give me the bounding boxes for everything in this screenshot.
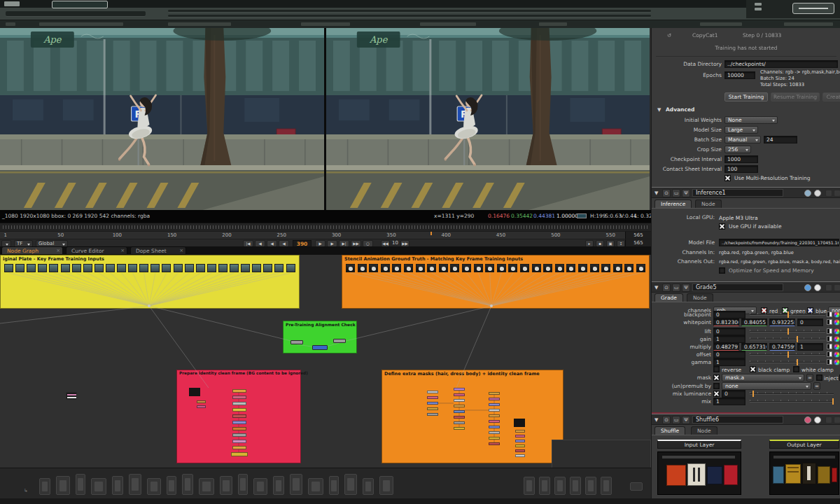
keyframe-thumb[interactable] — [162, 264, 171, 272]
shelf-node-thumbnail[interactable] — [290, 474, 302, 495]
advanced-label[interactable]: Advanced — [666, 106, 694, 113]
shelf-node-thumbnail[interactable] — [199, 478, 214, 495]
stencil-keyframe-thumb[interactable] — [485, 264, 494, 272]
shelf-node-thumbnail[interactable] — [601, 477, 612, 495]
gain-field[interactable]: 1 — [713, 335, 746, 343]
offset-field[interactable]: 0 — [713, 351, 746, 358]
stencil-keyframe-thumb[interactable] — [508, 264, 517, 272]
graph-node[interactable] — [515, 454, 525, 457]
mix-luminance-slider[interactable] — [750, 391, 834, 397]
stencil-keyframe-thumb[interactable] — [578, 264, 587, 272]
stencil-keyframe-thumb[interactable] — [346, 264, 355, 272]
graph-node[interactable] — [489, 420, 500, 423]
whitepoint-field-3[interactable]: 0 — [797, 318, 823, 326]
viewer-view-dropdown[interactable] — [420, 22, 476, 26]
stencil-keyframe-thumb[interactable] — [532, 264, 541, 272]
transport-play-button-3[interactable]: ▶▶ — [351, 240, 361, 247]
whitepoint-field-0[interactable]: 0.812306 — [713, 318, 739, 326]
close-icon[interactable]: × — [179, 247, 183, 255]
model-size-dropdown[interactable]: Large — [724, 126, 758, 134]
keyframe-thumb[interactable] — [27, 264, 36, 272]
graph-node[interactable] — [232, 408, 246, 412]
graph-node[interactable] — [489, 414, 500, 417]
channel-indicator-icon[interactable] — [804, 190, 811, 197]
collapse-icon[interactable]: ▼ — [654, 285, 658, 290]
viewer-image-left[interactable]: Ape P — [0, 28, 324, 210]
viewer-gamma-control[interactable] — [301, 22, 350, 26]
keyframe-thumb[interactable] — [83, 264, 92, 272]
multires-checkbox[interactable] — [724, 175, 731, 181]
stencil-keyframe-thumb[interactable] — [427, 264, 436, 272]
crop-size-dropdown[interactable]: 256 — [724, 146, 751, 153]
transport-play-button-0[interactable]: ▶ — [315, 240, 326, 247]
stencil-keyframe-thumb[interactable] — [369, 264, 378, 272]
center-node-icon[interactable]: ⊙ — [662, 284, 671, 292]
keyframe-thumb[interactable] — [49, 264, 58, 272]
keyframe-thumb[interactable] — [274, 264, 284, 272]
shelf-node-thumbnail[interactable] — [39, 478, 50, 495]
epochs-field[interactable]: 10000 — [724, 71, 755, 79]
stencil-keyframe-thumb[interactable] — [590, 264, 599, 272]
close-icon[interactable]: × — [56, 247, 60, 255]
graph-node[interactable] — [454, 393, 465, 396]
align-viewer-node[interactable] — [312, 345, 328, 350]
channel-indicator-icon-2[interactable] — [814, 416, 821, 424]
node-graph-overview-panel[interactable] — [552, 440, 651, 468]
blackpoint-field[interactable]: 0 — [713, 311, 746, 318]
stencil-keyframe-thumb[interactable] — [636, 264, 645, 272]
playback-option-icon-2[interactable]: ▣ — [606, 240, 615, 247]
mix-slider[interactable] — [750, 398, 834, 405]
keyframe-thumb[interactable] — [218, 264, 227, 272]
stencil-keyframe-thumb[interactable] — [624, 264, 634, 272]
step-forward-button[interactable]: ▶▶ — [400, 240, 410, 247]
channel-indicator-icon[interactable] — [804, 416, 811, 424]
gamma-swatch-button[interactable] — [827, 359, 832, 365]
transport-rewind-button-2[interactable]: ◀ — [267, 240, 277, 247]
graph-node[interactable] — [231, 452, 248, 456]
shelf-node-thumbnail[interactable] — [129, 474, 141, 495]
graph-node[interactable] — [197, 400, 206, 403]
timeline-ruler[interactable]: 565 150100150200250300350400450500550 — [0, 231, 651, 239]
mix-field[interactable]: 1 — [713, 398, 746, 405]
tab-node[interactable]: Node — [687, 293, 713, 302]
keyframe-thumb[interactable] — [150, 264, 160, 272]
output-layer-header[interactable]: Output Layer — [769, 440, 839, 449]
shelf-node-thumbnail[interactable] — [56, 476, 70, 495]
graph-node[interactable] — [232, 421, 246, 424]
graph-node[interactable] — [197, 405, 206, 408]
graph-node[interactable] — [232, 396, 246, 399]
shelf-node-thumbnail[interactable] — [147, 478, 161, 495]
stencil-keyframe-thumb[interactable] — [474, 264, 483, 272]
gain-swatch-button[interactable] — [827, 336, 832, 342]
keyframe-thumb[interactable] — [72, 264, 81, 272]
stencil-keyframe-thumb[interactable] — [392, 264, 401, 272]
graph-node[interactable] — [515, 435, 525, 438]
graph-node[interactable] — [427, 413, 438, 416]
transport-rewind-button-0[interactable]: |◀ — [243, 240, 253, 247]
graph-node[interactable] — [189, 388, 200, 396]
training-header-icon[interactable]: ↺ — [667, 32, 671, 38]
tab-dope-sheet[interactable]: Dope Sheet× — [130, 246, 186, 255]
window-maximize-button[interactable] — [755, 8, 762, 10]
graph-node[interactable] — [515, 430, 525, 433]
shelf-node-thumbnail[interactable] — [585, 477, 596, 495]
inject-checkbox[interactable] — [816, 374, 822, 381]
stencil-keyframe-thumb[interactable] — [555, 264, 564, 272]
whitepoint-field-1[interactable]: 0.84055 — [741, 318, 767, 326]
redo-icon[interactable] — [834, 416, 840, 424]
step-back-button[interactable]: ◀◀ — [381, 240, 390, 247]
shelf-node-thumbnail[interactable] — [167, 476, 176, 495]
keyframe-thumb[interactable] — [196, 264, 205, 272]
tab-shuffle[interactable]: Shuffle — [654, 426, 685, 435]
whitepoint-field-2[interactable]: 0.932258 — [769, 318, 795, 326]
stencil-keyframe-thumb[interactable] — [358, 264, 367, 272]
offset-colorwheel-button[interactable] — [834, 351, 840, 358]
keyframe-thumb[interactable] — [94, 264, 104, 272]
align-node-a[interactable] — [290, 340, 303, 344]
transport-rewind-button-1[interactable]: ◀ — [255, 240, 265, 247]
batch-size-field[interactable]: 24 — [764, 136, 797, 144]
node-name-field[interactable]: Shuffle6 — [692, 416, 783, 424]
create-inference-button[interactable]: Create Inference — [822, 92, 840, 102]
keyframe-tick-strip[interactable] — [0, 223, 651, 231]
graph-node[interactable] — [454, 427, 465, 430]
